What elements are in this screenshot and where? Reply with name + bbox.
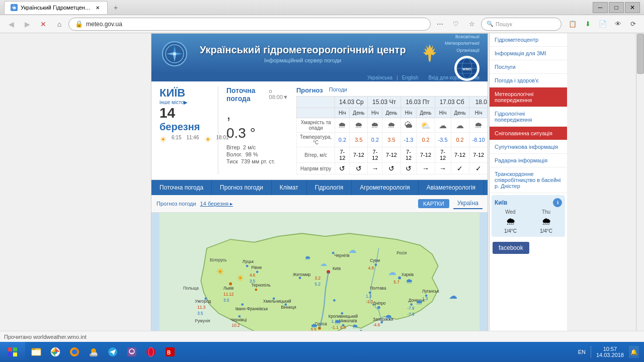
svg-point-75 (333, 299, 336, 302)
wind-val: 2 м/с (243, 144, 256, 150)
icon-d3: ⛅ (417, 118, 435, 133)
taskbar-firefox[interactable] (65, 343, 84, 361)
svg-text:🌧: 🌧 (416, 298, 423, 306)
sidebar-health[interactable]: Погода і здоров'є (490, 74, 567, 87)
star-button[interactable]: ☆ (465, 17, 479, 31)
current-weather-box: Поточна погода о 08:00▼ , 0.3 ° Вітер 2 … (218, 86, 288, 174)
svg-text:3.5: 3.5 (197, 311, 203, 316)
date-link[interactable]: 14 березня ▸ (200, 201, 233, 207)
private-icon[interactable]: 👁 (611, 17, 625, 31)
taskbar-opera[interactable] (142, 343, 160, 361)
wind-n2: 7-12 (368, 147, 382, 163)
tab-current-weather[interactable]: Поточна погода (151, 180, 212, 195)
forward-button[interactable]: ▶ (20, 17, 34, 31)
maximize-button[interactable]: □ (609, 2, 624, 13)
pressure-label: Тиск (226, 158, 238, 164)
new-tab-button[interactable]: + (110, 2, 122, 14)
widget-days: Wed 🌧 1/4°C Thu 🌧 1/4°C (495, 209, 562, 234)
nav-extras: ⋯ ♡ ☆ (433, 17, 479, 31)
browser-tab[interactable]: 🌦 Український Гідрометцентр... ✕ (4, 1, 108, 14)
city-info: КИЇВ інше місто▶ 14 березня ☀ 6:15 11:46… (159, 86, 210, 174)
search-box[interactable]: 🔍 Пошук (481, 18, 561, 31)
taskbar-weather[interactable] (85, 343, 103, 361)
home-button[interactable]: ⌂ (52, 17, 66, 31)
svg-text:-4.6: -4.6 (373, 323, 380, 327)
temp-row: Температура, °C 0.2 3.5 0.2 3.5 -1.3 0.2… (297, 133, 489, 147)
download-icon[interactable]: ⬇ (581, 17, 595, 31)
sidebar-hydro-warnings[interactable]: Гідрологічні попередження (490, 107, 567, 127)
reading-mode-icon[interactable]: 📄 (596, 17, 610, 31)
sidebar-met-warnings[interactable]: Метеорологічні попередження (490, 87, 567, 107)
svg-point-42 (377, 306, 380, 309)
svg-text:🌧: 🌧 (385, 313, 392, 321)
svg-point-35 (398, 277, 401, 280)
temp-n5: -8.10 (469, 133, 488, 147)
menu-button[interactable]: ⋯ (433, 17, 447, 31)
minimize-button[interactable]: ─ (593, 2, 608, 13)
ukraine-tab[interactable]: Україна (453, 198, 482, 209)
sidebar-hydrometeocenter[interactable]: Гідрометеоцентр (490, 33, 567, 47)
tab-hydrology[interactable]: Гідрологія (307, 180, 352, 195)
svg-text:🌧: 🌧 (352, 323, 358, 329)
sunrise-icon: ☀ (159, 135, 167, 144)
svg-text:-1.1: -1.1 (332, 325, 339, 330)
taskbar-app8[interactable]: B (161, 343, 179, 361)
date-col-1503: 15.03 Чт (368, 97, 400, 108)
svg-text:Харків: Харків (401, 273, 414, 277)
svg-text:Ужгород: Ужгород (195, 299, 211, 304)
sync-icon[interactable]: ⟳ (626, 17, 640, 31)
svg-text:5.2: 5.2 (315, 282, 321, 287)
close-button[interactable]: ✕ (625, 2, 640, 13)
sidebar-satellite[interactable]: Супутникова інформація (490, 140, 567, 154)
sidebar-media-info[interactable]: Інформація для ЗМІ (490, 47, 567, 60)
notification-button[interactable]: 🔔 (629, 346, 639, 358)
lang-en[interactable]: English (402, 75, 419, 80)
taskbar-viber[interactable] (123, 343, 141, 361)
back-button[interactable]: ◀ (4, 17, 18, 31)
lang-ua[interactable]: Українська (367, 75, 392, 80)
sidebar-snow[interactable]: Сніголавинна ситуація (490, 127, 567, 140)
svg-text:Тернопіль: Тернопіль (251, 283, 270, 288)
svg-text:WMO: WMO (462, 67, 471, 71)
sidebar-services[interactable]: Послуги (490, 60, 567, 74)
sidebar-radar[interactable]: Радарна інформація (490, 154, 567, 167)
taskbar-time: 10:57 (596, 346, 624, 352)
tab-forecast[interactable]: Прогноз погоди (212, 180, 272, 195)
month-display: березня (159, 121, 210, 133)
widget-info-button[interactable]: ℹ (553, 198, 562, 207)
scroll-thumb[interactable] (637, 34, 644, 74)
site-logo (159, 39, 190, 69)
widget-wed-icon: 🌧 (495, 216, 526, 227)
widget-wed-temp: 1/4°C (495, 228, 526, 234)
page-scrollbar[interactable] (636, 33, 644, 342)
tab-aviation[interactable]: Авіаметеорологія (419, 180, 484, 195)
svg-text:☁: ☁ (449, 291, 457, 300)
start-button[interactable] (0, 342, 25, 362)
tab-agro[interactable]: Агрометеорологія (352, 180, 418, 195)
reload-button[interactable]: ✕ (36, 17, 50, 31)
dir-n2: → (368, 163, 382, 174)
clouds-row: Хмарність та опади 🌧 🌧 🌧 🌧 🌥 ⛅ ☁ ☁ 🌧 🌧 (297, 118, 489, 133)
svg-point-66 (241, 303, 244, 306)
taskbar-telegram[interactable] (104, 343, 122, 361)
date-col-1603: 16.03 Пт (400, 97, 435, 108)
sidebar-transborder[interactable]: Транскордонне співробітництво в басейні … (490, 167, 567, 193)
taskbar-chrome[interactable] (46, 343, 64, 361)
svg-text:-7.9: -7.9 (407, 306, 415, 311)
taskbar-clock: 10:57 14.03.2018 (596, 346, 624, 358)
tab-close-button[interactable]: ✕ (94, 4, 101, 11)
tab-climate[interactable]: Клімат (272, 180, 307, 195)
taskbar-explorer[interactable] (27, 343, 45, 361)
wind-label: Вітер (226, 144, 240, 150)
svg-text:🌧: 🌧 (310, 322, 317, 330)
icon-n5: 🌧 (469, 118, 488, 133)
bookmark-button[interactable]: ♡ (449, 17, 463, 31)
other-city-link[interactable]: інше місто▶ (159, 100, 210, 105)
current-time-label[interactable]: о 08:00▼ (269, 88, 288, 100)
dir-n4: → (435, 163, 451, 174)
facebook-button[interactable]: facebook (493, 242, 529, 254)
cards-button[interactable]: КАРТКИ (418, 199, 449, 208)
address-bar[interactable]: 🔒 meteo.gov.ua (68, 18, 431, 31)
map-controls-bar: Прогноз погоди 14 березня ▸ КАРТКИ Украї… (151, 195, 488, 213)
sidebar-icon[interactable]: 📋 (566, 17, 580, 31)
